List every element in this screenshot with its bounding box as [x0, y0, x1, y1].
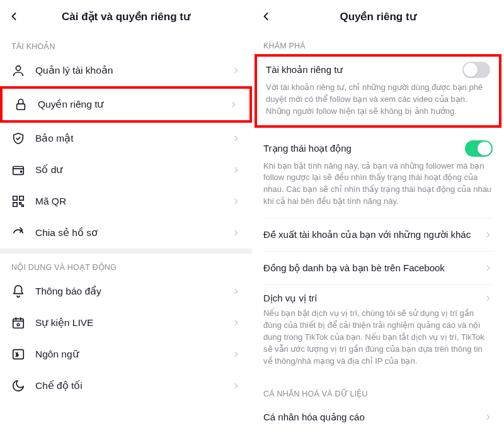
- row-push-notifications[interactable]: Thông báo đẩy: [0, 276, 252, 307]
- wallet-icon: [11, 163, 25, 177]
- row-label: Bảo mật: [35, 133, 232, 144]
- chevron-right-icon: [232, 197, 241, 206]
- svg-rect-5: [20, 196, 23, 200]
- row-label: Số dư: [35, 164, 232, 176]
- section-label-personal: CÁ NHÂN HOÁ VÀ DỮ LIỆU: [252, 378, 504, 401]
- chevron-right-icon: [232, 134, 241, 143]
- chevron-right-icon: [229, 100, 238, 109]
- chevron-right-icon: [484, 264, 493, 272]
- back-button[interactable]: [6, 9, 21, 24]
- chevron-left-icon: [8, 10, 20, 23]
- section-label-account: TÀI KHOẢN: [0, 33, 252, 55]
- svg-rect-10: [13, 350, 24, 359]
- row-live-events[interactable]: Sự kiện LIVE: [0, 307, 252, 339]
- row-suggest-account[interactable]: Đề xuất tài khoản của bạn với những ngườ…: [252, 218, 504, 251]
- svg-rect-2: [13, 167, 24, 175]
- row-privacy[interactable]: Quyền riêng tư: [0, 86, 252, 123]
- block-activity-status: Trạng thái hoạt động Khi bạn bật tính nă…: [252, 133, 504, 218]
- chevron-right-icon: [232, 381, 241, 390]
- svg-rect-8: [22, 205, 24, 207]
- svg-rect-6: [13, 203, 17, 206]
- private-account-desc: Với tài khoản riêng tư, chỉ những người …: [266, 82, 490, 118]
- screen-settings: Cài đặt và quyền riêng tư TÀI KHOẢN Quản…: [0, 0, 252, 438]
- row-label: Đồng bộ danh bạ và bạn bè trên Facebook: [263, 262, 484, 274]
- block-private-account: Tài khoản riêng tư Với tài khoản riêng t…: [255, 54, 501, 128]
- chevron-right-icon: [484, 294, 493, 303]
- chevron-left-icon: [260, 10, 272, 23]
- row-label: Quản lý tài khoản: [35, 65, 232, 76]
- back-button[interactable]: [258, 9, 273, 24]
- screen-privacy: Quyền riêng tư KHÁM PHÁ Tài khoản riêng …: [252, 0, 504, 438]
- header: Quyền riêng tư: [252, 0, 504, 33]
- page-title: Quyền riêng tư: [340, 10, 416, 23]
- location-title: Dịch vụ vị trí: [263, 293, 318, 304]
- row-label: Cá nhân hóa quảng cáo: [263, 411, 484, 424]
- section-label-content: NỘI DUNG VÀ HOẠT ĐỘNG: [0, 254, 252, 276]
- divider: [0, 249, 252, 254]
- row-dark-mode[interactable]: Chế độ tối: [0, 370, 252, 402]
- row-label: Quyền riêng tư: [38, 99, 229, 110]
- row-security[interactable]: Bảo mật: [0, 123, 252, 154]
- user-icon: [11, 64, 25, 77]
- chevron-right-icon: [232, 318, 241, 327]
- lock-icon: [14, 98, 28, 111]
- calendar-star-icon: [11, 316, 25, 330]
- row-language[interactable]: Ngôn ngữ: [0, 339, 252, 370]
- chevron-right-icon: [232, 350, 241, 359]
- row-label: Ngôn ngữ: [35, 349, 232, 360]
- row-label: Chia sẻ hồ sơ: [35, 227, 232, 239]
- private-account-title: Tài khoản riêng tư: [266, 64, 343, 76]
- activity-status-desc: Khi bạn bật tính năng này, cả bạn và nhữ…: [263, 160, 493, 208]
- qr-icon: [11, 194, 25, 208]
- activity-status-title: Trạng thái hoạt động: [263, 143, 352, 154]
- row-balance[interactable]: Số dư: [0, 154, 252, 186]
- svg-point-0: [16, 66, 20, 70]
- chevron-right-icon: [232, 228, 241, 237]
- row-label: Sự kiện LIVE: [35, 317, 232, 328]
- page-title: Cài đặt và quyền riêng tư: [62, 10, 190, 23]
- chevron-right-icon: [232, 166, 241, 174]
- row-label: Đề xuất tài khoản của bạn với những ngườ…: [263, 228, 484, 241]
- chevron-right-icon: [484, 230, 493, 239]
- row-sync-contacts[interactable]: Đồng bộ danh bạ và bạn bè trên Facebook: [252, 252, 504, 284]
- svg-point-3: [20, 171, 21, 172]
- row-manage-account[interactable]: Quản lý tài khoản: [0, 55, 252, 86]
- block-location[interactable]: Dịch vụ vị trí Nếu bạn bật dịch vụ vị tr…: [252, 285, 504, 377]
- row-label: Thông báo đẩy: [35, 286, 232, 297]
- row-label: Mã QR: [35, 196, 232, 207]
- svg-rect-7: [20, 203, 21, 205]
- chevron-right-icon: [232, 287, 241, 296]
- location-desc: Nếu bạn bật dịch vụ vị trí, chúng tôi sẽ…: [263, 308, 493, 367]
- moon-icon: [11, 379, 25, 393]
- row-ad-personalization[interactable]: Cá nhân hóa quảng cáo: [252, 401, 504, 434]
- svg-rect-1: [17, 104, 25, 110]
- shield-icon: [11, 132, 25, 145]
- row-label: Chế độ tối: [35, 380, 232, 391]
- activity-status-toggle[interactable]: [465, 140, 493, 157]
- row-qr[interactable]: Mã QR: [0, 186, 252, 217]
- language-icon: [11, 347, 25, 361]
- share-icon: [11, 226, 25, 240]
- bell-icon: [11, 284, 25, 298]
- chevron-right-icon: [232, 66, 241, 75]
- row-share-profile[interactable]: Chia sẻ hồ sơ: [0, 217, 252, 249]
- section-label-discover: KHÁM PHÁ: [252, 33, 504, 53]
- chevron-right-icon: [484, 413, 493, 422]
- header: Cài đặt và quyền riêng tư: [0, 0, 252, 33]
- svg-rect-4: [13, 196, 17, 200]
- private-account-toggle[interactable]: [462, 62, 490, 78]
